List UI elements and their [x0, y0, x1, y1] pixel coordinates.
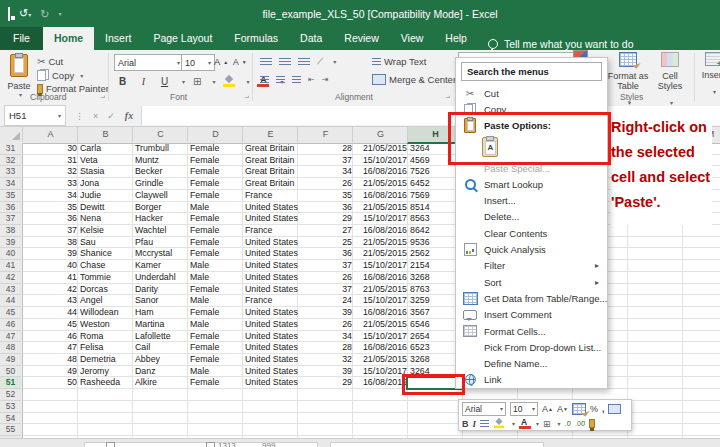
menu-item-define-name[interactable]: Define Name... [456, 355, 607, 371]
column-header-C[interactable]: C [132, 127, 188, 142]
grid-cell[interactable]: 40 [22, 260, 81, 272]
grid-cell[interactable]: Abbey [132, 354, 190, 366]
grid-cell[interactable]: Veta [77, 155, 135, 167]
grid-cell[interactable]: 26 [297, 272, 356, 284]
grid-cell[interactable]: Mccrystal [132, 248, 190, 260]
grid-cell[interactable]: 32 [297, 354, 356, 366]
mini-font-size-select[interactable]: 10▾ [510, 402, 538, 416]
font-size-select[interactable]: 10▾ [181, 54, 215, 71]
row-number-51[interactable]: 51 [0, 377, 21, 389]
grid-cell[interactable]: Rasheeda [77, 377, 135, 389]
menu-item-format-cells[interactable]: Format Cells... [456, 323, 607, 339]
grid-cell[interactable]: 29 [297, 213, 356, 225]
tell-me-box[interactable]: Tell me what you want to do [488, 38, 634, 50]
grid-cell[interactable]: Great Britain [242, 143, 300, 155]
borders-icon[interactable]: ⊞ [193, 76, 201, 87]
decrease-font-button[interactable]: A▼ [233, 57, 247, 67]
grid-cell[interactable]: Ham [132, 307, 190, 319]
select-all-corner[interactable] [0, 127, 23, 142]
save-icon[interactable] [8, 7, 10, 21]
grid-cell[interactable]: United States [242, 284, 300, 296]
mini-format-painter-icon[interactable] [572, 403, 586, 415]
grid-cell[interactable]: 21/05/2015 [352, 237, 411, 249]
grid-cell[interactable]: 21/05/2015 [352, 202, 411, 214]
grid-cell[interactable]: Jeromy [77, 366, 135, 378]
menu-item-insert-comment[interactable]: Insert Comment [456, 307, 607, 323]
grid-cell[interactable]: 41 [22, 272, 81, 284]
grid-cell[interactable]: Becker [132, 166, 190, 178]
grid-cell[interactable]: Alkire [132, 377, 190, 389]
grid-cell[interactable]: Female [187, 342, 245, 354]
grid-cell[interactable]: Claywell [132, 190, 190, 202]
tab-page-layout[interactable]: Page Layout [142, 27, 223, 50]
grid-cell[interactable]: Sanor [132, 295, 190, 307]
tab-review[interactable]: Review [333, 27, 389, 50]
mini-font-name-select[interactable]: Arial▾ [462, 402, 506, 416]
menu-item-sort[interactable]: Sort▸ [456, 274, 607, 290]
row-number-55[interactable]: 55 [0, 424, 21, 436]
grid-cell[interactable]: United States [242, 319, 300, 331]
grid-cell[interactable]: 15/10/2017 [352, 155, 411, 167]
grid-cell[interactable]: 48 [22, 354, 81, 366]
grid-cell[interactable]: 37 [297, 284, 356, 296]
grid-cell[interactable]: United States [242, 213, 300, 225]
increase-indent-icon[interactable]: ⇥ [322, 75, 329, 84]
grid-cell[interactable]: Female [187, 354, 245, 366]
grid-cell[interactable]: Stasia [77, 166, 135, 178]
grid-cell[interactable]: Hacker [132, 213, 190, 225]
grid-cell[interactable]: United States [242, 331, 300, 343]
menu-item-delete[interactable]: Delete... [456, 209, 607, 225]
fill-color-dropdown-icon[interactable]: ▾ [246, 78, 249, 85]
grid-cell[interactable]: United States [242, 342, 300, 354]
grid-cell[interactable]: 36 [297, 202, 356, 214]
grid-cell[interactable]: Chase [77, 260, 135, 272]
grid-cell[interactable]: 15/10/2017 [352, 295, 411, 307]
grid-cell[interactable]: 35 [297, 190, 356, 202]
tab-file[interactable]: File [0, 27, 43, 50]
grid-cell[interactable]: Female [187, 155, 245, 167]
grid-cell[interactable]: 39 [22, 248, 81, 260]
grid-cell[interactable]: Grindle [132, 178, 190, 190]
grid-cell[interactable]: Shanice [77, 248, 135, 260]
grid-cell[interactable]: 30 [22, 143, 81, 155]
grid-cell[interactable]: 39 [297, 366, 356, 378]
grid-cell[interactable]: 37 [297, 155, 356, 167]
grid-cell[interactable]: 21/05/2015 [352, 143, 411, 155]
grid-cell[interactable]: Female [187, 143, 245, 155]
grid-cell[interactable]: 50 [22, 377, 81, 389]
grid-cell[interactable]: 45 [22, 319, 81, 331]
row-number-45[interactable]: 45 [0, 307, 21, 319]
grid-cell[interactable]: Female [187, 166, 245, 178]
grid-cell[interactable]: 21/05/2015 [352, 248, 411, 260]
grid-cell[interactable]: 16/08/2016 [352, 272, 411, 284]
menu-item-smart-lookup[interactable]: Smart Lookup [456, 176, 607, 192]
font-dialog-launcher-icon[interactable] [242, 94, 249, 101]
grid-cell[interactable]: 26 [297, 178, 356, 190]
grid-cell[interactable]: 21/05/2015 [352, 284, 411, 296]
grid-cell[interactable]: Dorcas [77, 284, 135, 296]
grid-cell[interactable]: Male [187, 202, 245, 214]
grid-cell[interactable]: 34 [297, 166, 356, 178]
menu-item-cut[interactable]: ✂Cut [456, 85, 607, 101]
row-number-36[interactable]: 36 [0, 202, 21, 214]
menu-search-input[interactable] [461, 62, 602, 81]
grid-cell[interactable]: Female [187, 225, 245, 237]
menu-item-insert[interactable]: Insert... [456, 192, 607, 208]
row-number-50[interactable]: 50 [0, 366, 21, 378]
redo-icon[interactable]: ↻ [40, 7, 49, 21]
grid-cell[interactable]: Tommie [77, 272, 135, 284]
grid-cell[interactable]: France [242, 190, 300, 202]
grid-cell[interactable]: Danz [132, 366, 190, 378]
grid-cell[interactable]: 42 [22, 284, 81, 296]
grid-cell[interactable]: France [242, 295, 300, 307]
mini-increase-font-button[interactable]: A▲ [542, 404, 553, 414]
row-number-32[interactable]: 32 [0, 155, 21, 167]
wrap-text-button[interactable]: Wrap Text [372, 56, 426, 67]
grid-cell[interactable]: 39 [297, 307, 356, 319]
mini-format-painter-brush-icon[interactable] [589, 419, 595, 428]
grid-cell[interactable]: 26 [297, 319, 356, 331]
grid-cell[interactable]: Female [187, 331, 245, 343]
grid-cell[interactable]: 31 [22, 155, 81, 167]
grid-cell[interactable]: Male [187, 366, 245, 378]
row-number-47[interactable]: 47 [0, 331, 21, 343]
